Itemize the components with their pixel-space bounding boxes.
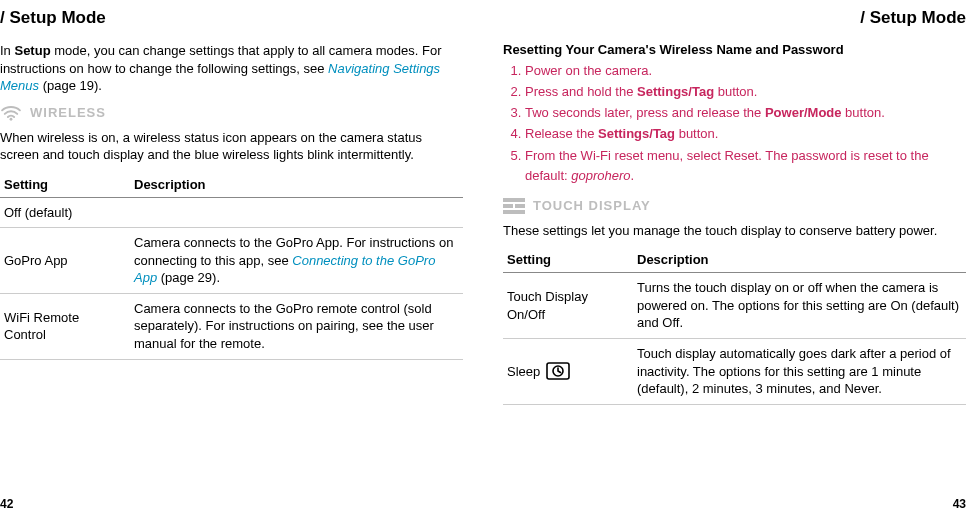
touch-display-table: Setting Description Touch Display On/Off…: [503, 247, 966, 404]
text: button.: [842, 105, 885, 120]
text: button.: [675, 126, 718, 141]
text: Two seconds later, press and release the: [525, 105, 765, 120]
desc-cell: Turns the touch display on or off when t…: [633, 273, 966, 339]
setting-cell: Off (default): [0, 197, 130, 228]
wireless-label: WIRELESS: [30, 105, 106, 120]
text-bold: Power/Mode: [765, 105, 842, 120]
reset-steps-list: Power on the camera. Press and hold the …: [503, 61, 966, 186]
list-item: From the Wi-Fi reset menu, select Reset.…: [525, 146, 966, 186]
touch-display-label: TOUCH DISPLAY: [533, 198, 651, 213]
touch-display-icon: [503, 198, 525, 214]
wireless-table: Setting Description Off (default) GoPro …: [0, 172, 463, 360]
list-item: Release the Settings/Tag button.: [525, 124, 966, 144]
wireless-description: When wireless is on, a wireless status i…: [0, 129, 463, 164]
section-header: / Setup Mode: [0, 8, 463, 28]
touch-display-subhead: TOUCH DISPLAY: [503, 198, 966, 214]
text: Sleep: [507, 363, 540, 381]
wifi-icon: [0, 105, 22, 121]
table-row: Sleep Touch display automatically goes d…: [503, 339, 966, 405]
intro-paragraph: In Setup mode, you can change settings t…: [0, 42, 463, 95]
manual-page-right: / Setup Mode Resetting Your Camera's Wir…: [483, 0, 966, 513]
table-header-description: Description: [130, 172, 463, 198]
text: .: [631, 168, 635, 183]
text: Press and hold the: [525, 84, 637, 99]
sleep-icon: [546, 362, 570, 380]
text-bold: Settings/Tag: [598, 126, 675, 141]
desc-cell: Camera connects to the GoPro App. For in…: [130, 228, 463, 294]
text: Power on the camera.: [525, 63, 652, 78]
reset-heading: Resetting Your Camera's Wireless Name an…: [503, 42, 966, 57]
text: (page 19).: [39, 78, 102, 93]
page-number: 42: [0, 497, 13, 511]
section-header: / Setup Mode: [503, 8, 966, 28]
table-header-setting: Setting: [503, 247, 633, 273]
desc-cell: Camera connects to the GoPro remote cont…: [130, 293, 463, 359]
list-item: Two seconds later, press and release the…: [525, 103, 966, 123]
wireless-subhead: WIRELESS: [0, 105, 463, 121]
manual-page-left: / Setup Mode In Setup mode, you can chan…: [0, 0, 483, 513]
list-item: Press and hold the Settings/Tag button.: [525, 82, 966, 102]
list-item: Power on the camera.: [525, 61, 966, 81]
touch-display-description: These settings let you manage the touch …: [503, 222, 966, 240]
setting-cell: GoPro App: [0, 228, 130, 294]
table-header-setting: Setting: [0, 172, 130, 198]
page-number: 43: [953, 497, 966, 511]
setting-cell: Sleep: [503, 339, 633, 405]
text-bold: Settings/Tag: [637, 84, 714, 99]
text-italic: goprohero: [571, 168, 630, 183]
desc-cell: [130, 197, 463, 228]
svg-rect-4: [503, 210, 525, 214]
svg-point-0: [10, 117, 13, 120]
table-header-description: Description: [633, 247, 966, 273]
text: In: [0, 43, 14, 58]
setting-cell: WiFi Remote Control: [0, 293, 130, 359]
table-row: GoPro App Camera connects to the GoPro A…: [0, 228, 463, 294]
table-row: Off (default): [0, 197, 463, 228]
svg-rect-1: [503, 198, 525, 202]
desc-cell: Touch display automatically goes dark af…: [633, 339, 966, 405]
setting-cell: Touch Display On/Off: [503, 273, 633, 339]
text-bold: Setup: [14, 43, 50, 58]
table-row: WiFi Remote Control Camera connects to t…: [0, 293, 463, 359]
text: button.: [714, 84, 757, 99]
table-row: Touch Display On/Off Turns the touch dis…: [503, 273, 966, 339]
text: (page 29).: [157, 270, 220, 285]
svg-rect-3: [515, 204, 525, 208]
text: Release the: [525, 126, 598, 141]
svg-rect-2: [503, 204, 513, 208]
